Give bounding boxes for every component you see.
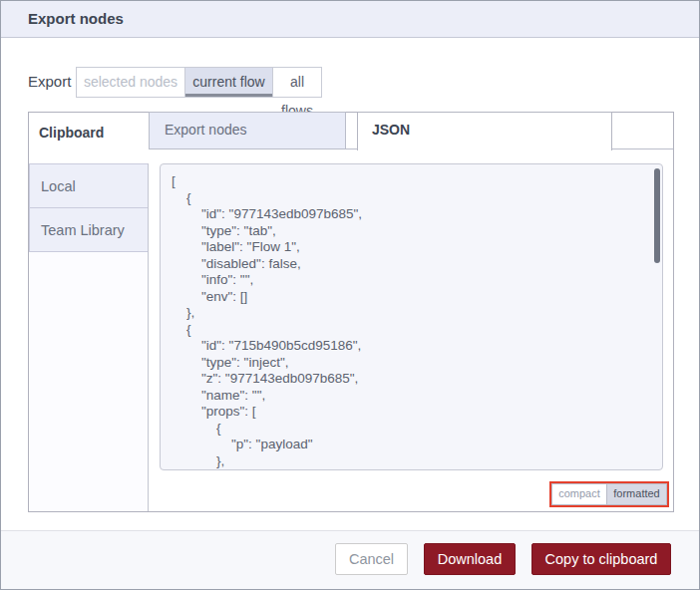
json-editor[interactable]: [ { "id": "977143edb097b685", "type": "t…: [160, 163, 663, 470]
formatted-button[interactable]: formatted: [606, 484, 666, 504]
sidebar-item-local[interactable]: Local: [29, 163, 148, 208]
dialog-title: Export nodes: [28, 1, 124, 37]
scope-current-flow-button[interactable]: current flow: [184, 68, 272, 97]
compact-button[interactable]: compact: [552, 484, 606, 504]
tab-json[interactable]: JSON: [357, 112, 612, 150]
cancel-button[interactable]: Cancel: [335, 543, 408, 575]
export-scope-label: Export: [28, 67, 71, 97]
export-nodes-dialog: Export nodes Export selected nodes curre…: [0, 0, 700, 590]
format-toggle: compact formatted: [551, 483, 667, 505]
editor-scrollbar-thumb[interactable]: [654, 168, 660, 263]
tab-export-nodes[interactable]: Export nodes: [149, 112, 346, 149]
sidebar-item-team-library[interactable]: Team Library: [29, 207, 148, 252]
json-code[interactable]: [ { "id": "977143edb097b685", "type": "t…: [161, 164, 662, 469]
library-panel: Clipboard Export nodes JSON Local Team L…: [28, 112, 674, 512]
scope-selected-nodes-button[interactable]: selected nodes: [77, 68, 184, 97]
export-scope-toggle: selected nodes current flow all flows: [76, 67, 322, 98]
section-clipboard-label: Clipboard: [39, 125, 104, 141]
library-sidebar: Local Team Library: [29, 163, 149, 511]
download-button[interactable]: Download: [424, 543, 516, 575]
scope-all-flows-button[interactable]: all flows: [272, 68, 321, 97]
copy-to-clipboard-button[interactable]: Copy to clipboard: [531, 543, 671, 575]
dialog-header: Export nodes: [1, 1, 699, 38]
format-toggle-highlight: compact formatted: [549, 481, 669, 507]
dialog-footer: Cancel Download Copy to clipboard: [1, 530, 699, 589]
